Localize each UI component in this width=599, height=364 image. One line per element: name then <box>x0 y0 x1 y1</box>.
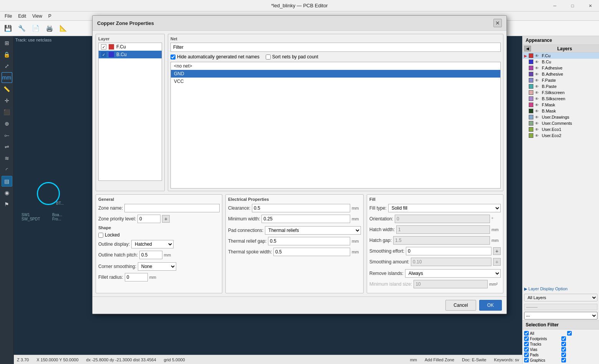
min-width-unit: mm <box>352 217 361 221</box>
zone-name-input[interactable] <box>124 204 220 212</box>
orientation-input <box>395 215 490 223</box>
copper-zone-dialog: Copper Zone Properties ✕ Layer ✓ F.Cu <box>92 15 507 314</box>
shape-label: Shape <box>98 225 220 230</box>
min-island-size-label: Minimum island size: <box>369 281 412 287</box>
shape-divider: Shape <box>98 225 220 230</box>
net-gnd[interactable]: GND <box>171 70 500 78</box>
locked-check[interactable] <box>98 233 103 238</box>
dialog-title: Copper Zone Properties <box>97 20 154 26</box>
zone-priority-label: Zone priority level: <box>98 216 136 222</box>
hatch-gap-input <box>393 236 490 245</box>
zone-priority-row: Zone priority level: + <box>98 215 220 223</box>
outline-hatch-row: Outline hatch pitch: mm <box>98 251 220 259</box>
net-list: <no net> GND VCC <box>170 62 501 189</box>
corner-smoothing-label: Corner smoothing: <box>98 264 136 269</box>
fill-panel: Fill Fill type: Solid fill Hatched fill … <box>367 194 503 293</box>
dialog-title-bar: Copper Zone Properties ✕ <box>93 16 506 31</box>
orientation-label: Orientation: <box>369 216 393 222</box>
hatch-width-row: Hatch width: mm <box>369 225 501 234</box>
net-no-net[interactable]: <no net> <box>171 62 500 70</box>
smoothing-effort-label: Smoothing effort: <box>369 248 404 254</box>
general-panel: General Zone name: Zone priority level: … <box>96 194 222 293</box>
outline-hatch-label: Outline hatch pitch: <box>98 252 138 258</box>
orientation-unit: ° <box>491 217 501 221</box>
outline-display-row: Outline display: Hatched Solid None <box>98 240 220 248</box>
dialog-body: Layer ✓ F.Cu ✓ B.Cu <box>93 31 506 296</box>
fill-panel-title: Fill <box>369 197 501 202</box>
bottom-section: General Zone name: Zone priority level: … <box>96 194 503 293</box>
outline-hatch-unit: mm <box>164 253 173 257</box>
remove-islands-row: Remove islands: Always Never Below area … <box>369 269 501 278</box>
layer-fcu-checkbox[interactable]: ✓ <box>101 44 106 50</box>
hide-auto-nets-check[interactable] <box>170 55 175 60</box>
clearance-label: Clearance: <box>228 205 250 211</box>
general-panel-title: General <box>98 197 220 202</box>
layer-bcu-dialog-name: B.Cu <box>116 52 127 57</box>
layer-fcu-dialog-name: F.Cu <box>116 44 126 50</box>
sort-by-pad-label[interactable]: Sort nets by pad count <box>266 54 318 60</box>
thermal-relief-gap-row: Thermal relief gap: mm <box>228 237 361 245</box>
fill-type-select[interactable]: Solid fill Hatched fill <box>388 204 501 212</box>
thermal-spoke-width-label: Thermal spoke width: <box>228 249 272 255</box>
dialog-layer-list: ✓ F.Cu ✓ B.Cu <box>98 43 162 181</box>
fillet-radius-label: Fillet radius: <box>98 275 123 280</box>
layer-list-bcu[interactable]: ✓ B.Cu <box>99 51 162 58</box>
thermal-relief-gap-label: Thermal relief gap: <box>228 238 266 244</box>
cancel-button[interactable]: Cancel <box>445 300 476 311</box>
layer-fcu-swatch <box>109 44 114 50</box>
min-island-size-row: Minimum island size: mm² <box>369 280 501 288</box>
net-filter-row <box>170 43 501 52</box>
thermal-spoke-width-input[interactable] <box>273 248 350 256</box>
electrical-panel: Electrical Properties Clearance: mm Mini… <box>225 194 364 293</box>
locked-text: Locked <box>105 232 120 238</box>
clearance-input[interactable] <box>252 204 350 212</box>
pad-connections-label: Pad connections: <box>228 228 263 233</box>
min-width-input[interactable] <box>261 215 350 223</box>
hide-auto-nets-label[interactable]: Hide automatically generated net names <box>170 54 260 60</box>
hatch-width-label: Hatch width: <box>369 227 395 232</box>
hatch-gap-row: Hatch gap: mm <box>369 236 501 245</box>
layer-list-fcu[interactable]: ✓ F.Cu <box>99 43 162 51</box>
top-section: Layer ✓ F.Cu ✓ B.Cu <box>96 34 503 191</box>
remove-islands-label: Remove islands: <box>369 271 404 276</box>
dialog-footer: Cancel OK <box>93 296 506 314</box>
ok-button[interactable]: OK <box>479 300 502 311</box>
fill-type-label: Fill type: <box>369 205 387 211</box>
thermal-spoke-width-unit: mm <box>352 250 361 254</box>
layer-bcu-checkbox[interactable]: ✓ <box>101 52 106 57</box>
zone-priority-input[interactable] <box>137 215 161 223</box>
fillet-radius-unit: mm <box>149 275 159 280</box>
sort-by-pad-check[interactable] <box>266 55 271 60</box>
smoothing-amount-label: Smoothing amount: <box>369 259 409 265</box>
thermal-relief-gap-unit: mm <box>352 239 361 243</box>
clearance-row: Clearance: mm <box>228 204 361 212</box>
net-filter-input[interactable] <box>170 43 501 52</box>
electrical-panel-title: Electrical Properties <box>228 197 361 202</box>
zone-priority-plus[interactable]: + <box>162 215 170 223</box>
net-vcc[interactable]: VCC <box>171 78 500 85</box>
clearance-unit: mm <box>352 206 361 210</box>
min-width-label: Minimum width: <box>228 216 260 222</box>
pad-connections-row: Pad connections: Thermal reliefs Solid N… <box>228 226 361 235</box>
locked-row: Locked <box>98 232 220 238</box>
outline-hatch-input[interactable] <box>139 251 162 259</box>
min-island-size-input <box>414 280 488 288</box>
remove-islands-select[interactable]: Always Never Below area limit <box>405 269 501 278</box>
min-width-row: Minimum width: mm <box>228 215 361 223</box>
fill-type-row: Fill type: Solid fill Hatched fill <box>369 204 501 212</box>
hatch-width-unit: mm <box>491 227 501 232</box>
net-options-row: Hide automatically generated net names S… <box>170 54 501 60</box>
dialog-close-button[interactable]: ✕ <box>493 19 502 27</box>
thermal-relief-gap-input[interactable] <box>268 237 350 245</box>
pad-connections-select[interactable]: Thermal reliefs Solid None THT thermal <box>265 226 361 235</box>
smoothing-effort-plus[interactable]: + <box>493 247 501 255</box>
outline-display-select[interactable]: Hatched Solid None <box>131 240 174 248</box>
smoothing-effort-input[interactable] <box>406 247 491 255</box>
net-section-label: Net <box>170 36 501 41</box>
corner-smoothing-select[interactable]: None Chamfer Fillet <box>138 262 176 271</box>
corner-smoothing-row: Corner smoothing: None Chamfer Fillet <box>98 262 220 271</box>
fillet-radius-input[interactable] <box>125 273 148 281</box>
locked-label[interactable]: Locked <box>98 232 120 238</box>
layer-section: Layer ✓ F.Cu ✓ B.Cu <box>96 34 165 191</box>
hatch-gap-unit: mm <box>491 238 501 243</box>
